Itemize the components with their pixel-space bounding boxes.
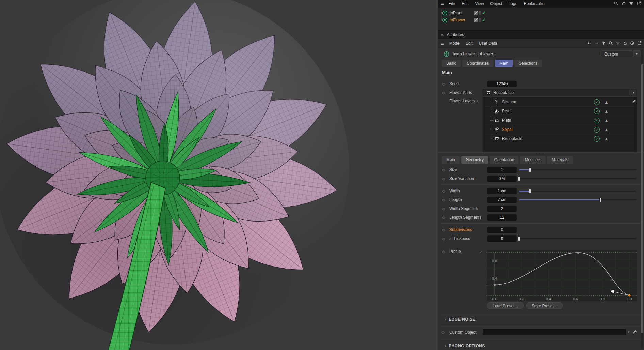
hamburger-menu-icon[interactable]: ≡ <box>441 0 444 7</box>
keyframe-diamond-icon[interactable]: ◇ <box>441 330 444 334</box>
keyframe-diamond-icon[interactable]: ◇ <box>438 198 449 202</box>
profile-curve-editor[interactable]: 0.40.80.00.20.40.60.81.0 <box>487 250 637 301</box>
object-row-toplant[interactable]: toPlant✓ <box>438 9 644 16</box>
search-icon[interactable] <box>609 41 613 46</box>
enabled-check-icon[interactable]: ✓ <box>482 17 486 22</box>
menu-item-tags[interactable]: Tags <box>509 1 517 6</box>
enabled-check-icon[interactable]: ✓ <box>594 99 600 105</box>
keyframe-diamond-icon[interactable]: ◇ <box>438 177 449 181</box>
hamburger-menu-icon[interactable]: ≡ <box>441 41 444 46</box>
triangle-icon[interactable]: ▲ <box>604 109 609 114</box>
forward-icon[interactable] <box>594 41 599 46</box>
menu-item-edit[interactable]: Edit <box>462 1 469 6</box>
scrollbar-thumb[interactable] <box>641 64 643 333</box>
width-slider[interactable] <box>519 188 636 194</box>
back-icon[interactable] <box>587 41 592 46</box>
tab-orientation[interactable]: Orientation <box>490 156 519 164</box>
subdivisions-input[interactable]: 0 <box>487 227 517 233</box>
tab-main[interactable]: Main <box>442 156 460 164</box>
filter-icon[interactable] <box>629 1 634 6</box>
width-input[interactable]: 1 cm <box>487 188 517 194</box>
edge-noise-section-header[interactable]: › EDGE NOISE <box>438 315 644 323</box>
enabled-check-icon[interactable]: ✓ <box>482 10 486 15</box>
keyframe-diamond-icon[interactable]: ◇ <box>438 168 449 172</box>
tab-selections[interactable]: Selections <box>514 60 542 67</box>
custom-object-input[interactable] <box>483 329 626 335</box>
tab-main[interactable]: Main <box>495 60 513 67</box>
keyframe-diamond-icon[interactable]: ◇ <box>438 237 449 241</box>
flower-parts-dropdown-arrow[interactable]: ▾ <box>631 89 637 96</box>
up-icon[interactable] <box>601 41 606 46</box>
layer-toggle-icon[interactable] <box>474 11 478 15</box>
menu-item-bookmarks[interactable]: Bookmarks <box>524 1 544 6</box>
popout-icon[interactable] <box>637 1 641 6</box>
thickness-input[interactable]: 0 <box>487 235 517 242</box>
tab-coordinates[interactable]: Coordinates <box>462 60 493 67</box>
length-input[interactable]: 7 cm <box>487 197 517 203</box>
attr-menu-user-data[interactable]: User Data <box>479 41 497 46</box>
save-preset-button[interactable]: Save Preset... <box>526 302 563 309</box>
enabled-check-icon[interactable]: ✓ <box>594 108 600 114</box>
size-variation-input[interactable]: 0 % <box>487 176 517 182</box>
enabled-check-icon[interactable]: ✓ <box>594 127 600 133</box>
attr-menu-mode[interactable]: Mode <box>449 41 460 46</box>
layer-row-sepal[interactable]: Sepal✓▲ <box>483 125 637 134</box>
pencil-icon[interactable] <box>632 99 637 104</box>
flower-parts-dropdown[interactable]: Receptacle <box>483 89 630 96</box>
size-slider[interactable] <box>519 167 636 172</box>
tab-modifiers[interactable]: Modifiers <box>520 156 546 164</box>
preset-dropdown-arrow[interactable]: ▾ <box>633 50 640 57</box>
preset-dropdown[interactable]: Custom <box>601 50 632 57</box>
attr-menu-edit[interactable]: Edit <box>466 41 473 46</box>
width-segments-input[interactable]: 2 <box>487 206 517 212</box>
keyframe-diamond-icon[interactable]: ◇ <box>438 249 449 254</box>
keyframe-diamond-icon[interactable]: ◇ <box>438 82 449 86</box>
enabled-check-icon[interactable]: ✓ <box>594 118 600 123</box>
visibility-dots-icon[interactable] <box>479 11 481 15</box>
filter-icon[interactable] <box>616 41 621 46</box>
target-icon[interactable] <box>630 41 635 46</box>
home-icon[interactable] <box>622 1 626 6</box>
length-segments-input[interactable]: 12 <box>487 214 517 221</box>
chevron-expander-icon[interactable]: › <box>449 236 451 241</box>
layer-row-petal[interactable]: Petal✓▲ <box>483 107 637 116</box>
visibility-dots-icon[interactable] <box>479 18 481 22</box>
keyframe-diamond-icon[interactable]: ◇ <box>438 91 449 95</box>
object-row-toflower[interactable]: toFlower✓ <box>438 16 644 24</box>
menu-item-object[interactable]: Object <box>490 1 502 6</box>
keyframe-diamond-icon[interactable]: ◇ <box>438 207 449 211</box>
dropdown-arrow-icon[interactable]: ▾ <box>628 330 630 334</box>
thickness-slider[interactable] <box>519 236 636 241</box>
keyframe-diamond-icon[interactable]: ◇ <box>438 215 449 220</box>
triangle-icon[interactable]: ▲ <box>604 127 609 132</box>
chevron-right-icon[interactable]: › <box>477 98 478 103</box>
seed-input[interactable]: 12345 <box>487 81 517 87</box>
keyframe-diamond-icon[interactable]: ◇ <box>438 189 449 193</box>
triangle-icon[interactable]: ▲ <box>604 136 609 141</box>
triangle-icon[interactable]: ▲ <box>604 118 609 123</box>
phong-options-section-header[interactable]: › PHONG OPTIONS <box>438 342 644 350</box>
lock-icon[interactable] <box>623 41 628 46</box>
size-input[interactable]: 1 <box>487 167 517 173</box>
close-icon[interactable]: ✕ <box>441 33 444 37</box>
size-variation-slider[interactable] <box>519 176 636 181</box>
tab-basic[interactable]: Basic <box>442 60 461 67</box>
panel-splitter[interactable]: ······ <box>438 152 644 156</box>
enabled-check-icon[interactable]: ✓ <box>594 136 600 142</box>
viewport-3d[interactable] <box>0 0 438 350</box>
layer-row-pistil[interactable]: Pistil✓▲ <box>483 116 637 125</box>
triangle-icon[interactable]: ▲ <box>604 100 609 105</box>
scrollbar-track[interactable] <box>641 49 643 349</box>
tab-materials[interactable]: Materials <box>547 156 573 164</box>
tab-geometry[interactable]: Geometry <box>461 156 488 164</box>
pencil-icon[interactable] <box>633 330 638 335</box>
layer-row-stamen[interactable]: Stamen✓▲ <box>483 97 637 107</box>
popout-icon[interactable] <box>637 41 642 46</box>
layer-row-receptacle[interactable]: Receptacle✓▲ <box>483 134 637 143</box>
keyframe-diamond-icon[interactable]: ◇ <box>438 228 449 232</box>
length-slider[interactable] <box>519 197 636 202</box>
menu-item-file[interactable]: File <box>449 1 455 6</box>
search-icon[interactable] <box>614 1 619 6</box>
layer-toggle-icon[interactable] <box>474 18 478 22</box>
menu-item-view[interactable]: View <box>475 1 484 6</box>
